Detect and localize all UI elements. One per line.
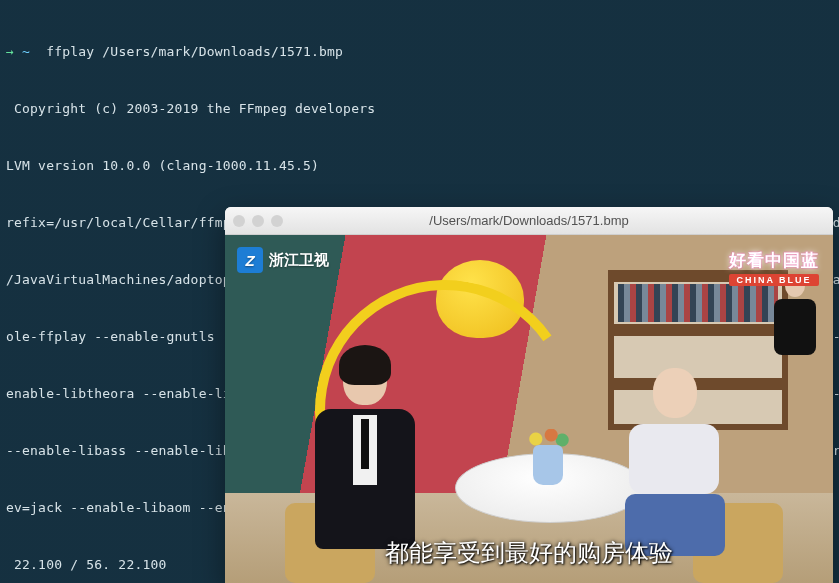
- program-logo: 好看中国蓝 CHINA BLUE: [729, 249, 819, 286]
- scene-vase: [533, 445, 563, 485]
- terminal-output-line: LVM version 10.0.0 (clang-1000.11.45.5): [6, 156, 833, 175]
- terminal-output-line: Copyright (c) 2003-2019 the FFmpeg devel…: [6, 99, 833, 118]
- program-logo-main: 中国蓝: [765, 251, 819, 270]
- scene-books: [618, 284, 778, 322]
- terminal-prompt-line: → ~ ffplay /Users/mark/Downloads/1571.bm…: [6, 42, 833, 61]
- video-subtitle: 都能享受到最好的购房体验: [225, 537, 833, 569]
- prompt-cwd: ~: [22, 44, 30, 59]
- terminal-command: ffplay /Users/mark/Downloads/1571.bmp: [46, 44, 343, 59]
- ffplay-window[interactable]: /Users/mark/Downloads/1571.bmp: [225, 207, 833, 583]
- program-logo-ribbon: CHINA BLUE: [729, 274, 819, 286]
- channel-logo: Z 浙江卫视: [237, 247, 329, 273]
- video-frame: Z 浙江卫视 好看中国蓝 CHINA BLUE 都能享受到最好的购房体验: [225, 235, 833, 583]
- window-titlebar[interactable]: /Users/mark/Downloads/1571.bmp: [225, 207, 833, 235]
- program-logo-top: 好看: [729, 251, 765, 270]
- channel-logo-text: 浙江卫视: [269, 251, 329, 270]
- channel-logo-icon: Z: [237, 247, 263, 273]
- scene-background-person: [765, 275, 825, 365]
- window-title: /Users/mark/Downloads/1571.bmp: [225, 213, 833, 228]
- prompt-arrow-icon: →: [6, 44, 22, 59]
